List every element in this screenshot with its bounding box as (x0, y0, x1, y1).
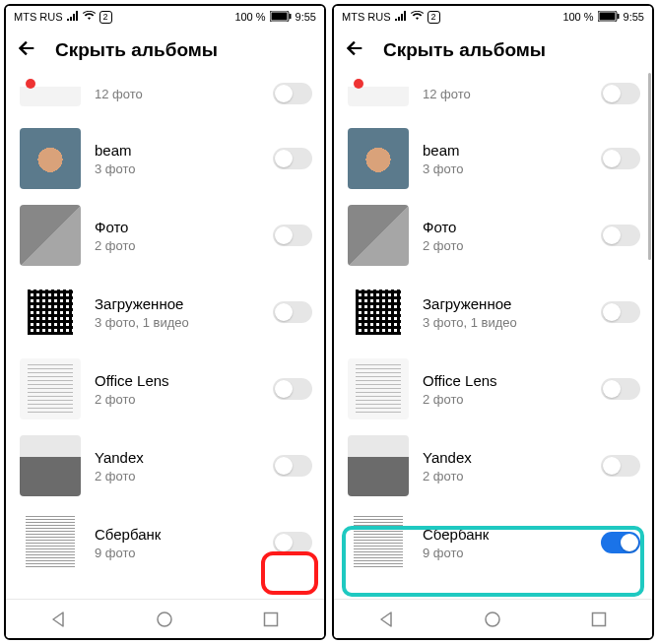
album-name: Yandex (423, 449, 587, 466)
album-count: 3 фото (95, 161, 259, 176)
album-name: beam (95, 142, 259, 159)
toggle-switch[interactable] (273, 148, 312, 169)
toggle-switch[interactable] (273, 225, 312, 246)
toggle-switch[interactable] (273, 378, 312, 400)
album-count: 2 фото (95, 392, 259, 407)
album-count: 2 фото (423, 392, 587, 407)
album-row: Office Lens 2 фото (6, 351, 324, 427)
album-name: Office Lens (423, 372, 587, 389)
phone-screen-left: MTS RUS 2 100 % 9:55 Скрыть альбомы (4, 4, 326, 640)
album-row: Yandex 2 фото (6, 427, 324, 504)
album-count: 2 фото (95, 238, 259, 253)
toggle-sberbank-right[interactable] (601, 532, 640, 553)
album-thumbnail (348, 73, 409, 106)
svg-point-3 (158, 612, 171, 626)
album-thumbnail (348, 205, 409, 266)
page-title: Скрыть альбомы (383, 39, 546, 61)
battery-icon (598, 11, 620, 24)
battery-text: 100 % (234, 11, 265, 23)
toggle-switch[interactable] (601, 83, 640, 104)
album-row-sberbank: Сбербанк 9 фото (6, 504, 324, 581)
album-row: beam 3 фото (6, 120, 324, 197)
album-name: beam (423, 142, 587, 159)
wifi-icon (411, 11, 424, 23)
nav-recent-button[interactable] (256, 605, 286, 634)
album-count: 12 фото (95, 87, 259, 101)
signal-icon (395, 11, 407, 23)
album-count: 9 фото (423, 546, 587, 560)
back-button[interactable] (16, 37, 37, 63)
header-bar: Скрыть альбомы (6, 28, 324, 73)
toggle-switch[interactable] (601, 378, 640, 400)
status-bar: MTS RUS 2 100 % 9:55 (6, 6, 324, 28)
toggle-switch[interactable] (273, 455, 312, 477)
toggle-sberbank-left[interactable] (273, 532, 312, 553)
nav-home-button[interactable] (478, 605, 507, 634)
album-row: Загруженное 3 фото, 1 видео (6, 274, 324, 351)
nav-home-button[interactable] (150, 605, 179, 634)
album-thumbnail (348, 358, 409, 419)
nav-bar (334, 599, 652, 638)
album-thumbnail (20, 282, 81, 343)
toggle-switch[interactable] (601, 301, 640, 323)
album-name: Загруженное (423, 295, 587, 312)
album-name: Загруженное (95, 295, 259, 312)
page-title: Скрыть альбомы (55, 39, 218, 61)
album-count: 2 фото (423, 238, 587, 253)
album-thumbnail (348, 512, 409, 573)
album-name: Фото (95, 219, 259, 235)
nav-back-button[interactable] (44, 605, 74, 634)
status-bar: MTS RUS 2 100 % 9:55 (334, 6, 652, 28)
toggle-switch[interactable] (273, 83, 312, 104)
nav-bar (6, 599, 324, 638)
nav-recent-button[interactable] (584, 605, 614, 634)
album-thumbnail (20, 128, 81, 189)
album-thumbnail (20, 435, 81, 496)
battery-text: 100 % (562, 11, 593, 23)
toggle-switch[interactable] (601, 148, 640, 169)
album-list[interactable]: 12 фото beam 3 фото Фото 2 фото Загружен… (6, 73, 324, 599)
album-row: Фото 2 фото (334, 197, 652, 274)
carrier-label: MTS RUS (342, 11, 391, 23)
svg-rect-2 (289, 14, 291, 19)
svg-rect-9 (593, 612, 606, 625)
album-count: 3 фото (423, 161, 587, 176)
album-count: 3 фото, 1 видео (95, 315, 259, 330)
album-row-sberbank: Сбербанк 9 фото (334, 504, 652, 581)
toggle-switch[interactable] (601, 225, 640, 246)
svg-rect-6 (599, 12, 615, 20)
album-count: 2 фото (423, 469, 587, 483)
album-thumbnail (20, 205, 81, 266)
album-count: 9 фото (95, 546, 259, 560)
album-name: Сбербанк (95, 526, 259, 543)
album-count: 12 фото (423, 87, 587, 101)
header-bar: Скрыть альбомы (334, 28, 652, 73)
toggle-switch[interactable] (601, 455, 640, 477)
battery-icon (270, 11, 292, 24)
album-row: 12 фото (334, 73, 652, 120)
nav-back-button[interactable] (372, 605, 402, 634)
sim-badge: 2 (99, 11, 112, 24)
album-thumbnail (20, 73, 81, 106)
svg-rect-4 (265, 612, 278, 625)
signal-icon (67, 11, 79, 23)
album-list[interactable]: 12 фото beam 3 фото Фото 2 фото Загружен… (334, 73, 652, 599)
album-thumbnail (20, 358, 81, 419)
album-row: Фото 2 фото (6, 197, 324, 274)
phone-screen-right: MTS RUS 2 100 % 9:55 Скрыть альбомы (332, 4, 654, 640)
toggle-switch[interactable] (273, 301, 312, 323)
clock: 9:55 (296, 11, 316, 23)
album-count: 2 фото (95, 469, 259, 483)
clock: 9:55 (624, 11, 644, 23)
album-thumbnail (348, 282, 409, 343)
album-count: 3 фото, 1 видео (423, 315, 587, 330)
album-name: Yandex (95, 449, 259, 466)
album-row: Office Lens 2 фото (334, 351, 652, 427)
svg-rect-1 (271, 12, 287, 20)
album-row: 12 фото (6, 73, 324, 120)
album-thumbnail (348, 128, 409, 189)
sim-badge: 2 (428, 11, 440, 24)
svg-point-8 (486, 612, 499, 626)
back-button[interactable] (344, 37, 365, 63)
wifi-icon (83, 11, 96, 23)
